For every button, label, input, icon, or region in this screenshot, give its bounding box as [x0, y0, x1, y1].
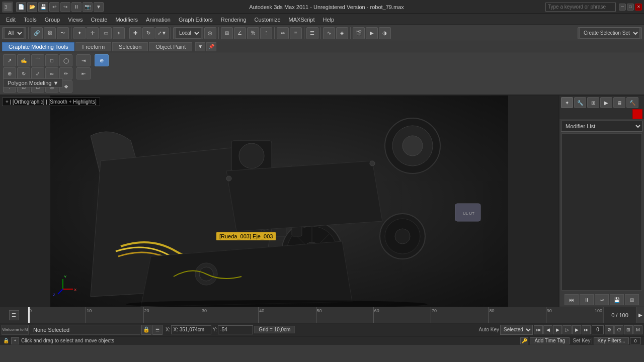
select-obj-btn[interactable]: ✦ [73, 27, 86, 39]
gtool-move[interactable]: ⊕ [3, 67, 16, 79]
current-frame-input[interactable] [592, 325, 604, 334]
key-mode-btn[interactable]: ⚙ [605, 325, 614, 334]
align-btn[interactable]: ≡ [290, 27, 302, 39]
play-btn[interactable]: ▶ [553, 325, 562, 334]
timeline-track[interactable]: 0 10 20 30 40 50 60 70 80 90 100 [28, 307, 603, 323]
menu-create[interactable]: Create [87, 16, 111, 24]
gtool-pan[interactable]: ✍ [17, 54, 30, 66]
menu-graph-editors[interactable]: Graph Editors [175, 16, 217, 24]
graphite-tab-freeform[interactable]: Freeform [75, 42, 111, 51]
menu-edit[interactable]: Edit [2, 16, 20, 24]
menu-maxscript[interactable]: MAXScript [285, 16, 319, 24]
menu-views[interactable]: Views [64, 16, 87, 24]
y-coord-input[interactable] [218, 325, 253, 334]
viewport[interactable]: + | [Orthographic] | [Smooth + Highlight… [0, 96, 558, 307]
menu-help[interactable]: Help [319, 16, 339, 24]
named-selection[interactable]: Create Selection Set [580, 28, 640, 39]
menu-group[interactable]: Group [41, 16, 64, 24]
undo-btn[interactable]: ↩ [49, 2, 59, 12]
play-selected-btn[interactable]: ▷ [562, 325, 572, 334]
move-btn[interactable]: ✚ [129, 27, 141, 39]
add-time-tag-btn[interactable]: Add Time Tag [530, 337, 570, 344]
autokey-mode-select[interactable]: Selected [500, 325, 533, 335]
rpanel-tab-hierarchy[interactable]: ⊞ [587, 97, 599, 108]
side-tool-1[interactable]: ⇥ [76, 54, 91, 66]
timeline-right-arrow[interactable]: ▶ [636, 307, 644, 323]
capture-btn[interactable]: 📷 [83, 2, 93, 12]
rpanel-tab-display2[interactable]: 🖥 [613, 97, 625, 108]
gtool-scale2[interactable]: ⤢ [31, 67, 44, 79]
rpanel-anim-btn1[interactable]: ⏮ [565, 294, 579, 305]
gtool-box[interactable]: □ [45, 54, 58, 66]
unlink-btn[interactable]: ⛓ [44, 27, 56, 39]
gtool-arc-rotate[interactable]: ↗ [3, 54, 16, 66]
x-coord-input[interactable] [171, 325, 211, 334]
snap-3d-btn[interactable]: ⊞ [221, 27, 233, 39]
percent-snap-btn[interactable]: % [247, 27, 259, 39]
help-search-input[interactable] [545, 3, 616, 12]
menu-animation[interactable]: Animation [142, 16, 175, 24]
menu-rendering[interactable]: Rendering [217, 16, 251, 24]
maxscript-btn[interactable]: M [633, 325, 642, 334]
time-config-btn[interactable]: ⏱ [614, 325, 623, 334]
hold-btn[interactable]: ⏸ [71, 2, 82, 12]
rpanel-anim-btn2[interactable]: ⏸ [580, 294, 594, 305]
next-frame-btn[interactable]: ▶ [572, 325, 581, 334]
rpanel-anim-btn5[interactable]: ⊞ [625, 294, 639, 305]
lock-selection-btn[interactable]: 🔒 [141, 325, 151, 335]
select-move-btn[interactable]: ✛ [87, 27, 99, 39]
gtool-paint[interactable]: ✏ [59, 67, 72, 79]
angle-snap-btn[interactable]: ∠ [234, 27, 246, 39]
scale-dropdown[interactable]: ⤢▼ [155, 27, 169, 39]
go-end-btn[interactable]: ⏭ [582, 325, 591, 334]
pivot-btn[interactable]: ◎ [204, 27, 216, 39]
mirror-btn[interactable]: ⇔ [277, 27, 289, 39]
select-filter-btn[interactable]: All [2, 27, 26, 39]
select-filter-dropdown[interactable]: All [4, 28, 24, 39]
lock-key-btn[interactable]: 🔑 [520, 337, 528, 344]
add-scene-btn[interactable]: + [11, 337, 19, 344]
new-btn[interactable]: 📄 [16, 2, 26, 12]
redo-btn[interactable]: ↪ [60, 2, 70, 12]
link-btn[interactable]: 🔗 [31, 27, 43, 39]
gtool-loop[interactable]: ∞ [45, 67, 58, 79]
rpanel-anim-btn3[interactable]: ⤻ [595, 294, 609, 305]
render-setup-btn[interactable]: 🎬 [353, 27, 365, 39]
close-btn[interactable]: ✕ [635, 4, 642, 11]
selection-filter-btn[interactable]: ☰ [152, 325, 163, 335]
side-tool-2[interactable]: ⇤ [76, 67, 91, 79]
manage-layers-btn[interactable]: ☰ [306, 27, 318, 39]
rpanel-color-swatch[interactable] [632, 109, 642, 119]
poly-modeling-btn[interactable]: Polygon Modeling ▼ [3, 78, 63, 87]
gtool-zoom[interactable]: ⌒ [31, 54, 44, 66]
graphite-tab-modeling[interactable]: Graphite Modeling Tools [2, 42, 74, 51]
bind-space-warp[interactable]: 〜 [57, 27, 69, 39]
gtool-lasso[interactable]: ◯ [59, 54, 72, 66]
maximize-btn[interactable]: □ [627, 4, 634, 11]
rpanel-tab-modify[interactable]: 🔧 [574, 97, 586, 108]
curve-editor-btn[interactable]: ∿ [323, 27, 335, 39]
more-btn[interactable]: ▼ [94, 2, 104, 12]
modifier-list-dropdown[interactable]: Modifier List [561, 121, 642, 132]
graphite-tab-selection[interactable]: Selection [112, 42, 148, 51]
open-btn[interactable]: 📂 [27, 2, 37, 12]
create-selection-set[interactable]: Create Selection Set [578, 27, 642, 39]
lasso-select-btn[interactable]: ⌖ [113, 27, 125, 39]
prev-frame-btn[interactable]: ◀ [543, 325, 552, 334]
go-start-btn[interactable]: ⏮ [534, 325, 543, 334]
ref-coord-select[interactable]: Local [175, 28, 201, 39]
select-region-btn[interactable]: ▭ [100, 27, 112, 39]
active-shade-btn[interactable]: ◑ [379, 27, 391, 39]
rpanel-tab-display[interactable]: ✦ [561, 97, 573, 108]
save-btn[interactable]: 💾 [38, 2, 48, 12]
render-frame-btn[interactable]: ▶ [366, 27, 378, 39]
welcome-panel-btn[interactable]: Welcome to M [2, 325, 29, 335]
frame-time-input[interactable] [630, 337, 641, 344]
rpanel-anim-btn4[interactable]: 💾 [610, 294, 624, 305]
spinner-snap-btn[interactable]: ⋮ [260, 27, 272, 39]
menu-customize[interactable]: Customize [251, 16, 285, 24]
rpanel-tab-utility[interactable]: 🔨 [626, 97, 638, 108]
ref-coord-dropdown[interactable]: Local [173, 27, 203, 39]
schematic-view-btn[interactable]: ◈ [336, 27, 348, 39]
gtool-rotate2[interactable]: ↻ [17, 67, 30, 79]
